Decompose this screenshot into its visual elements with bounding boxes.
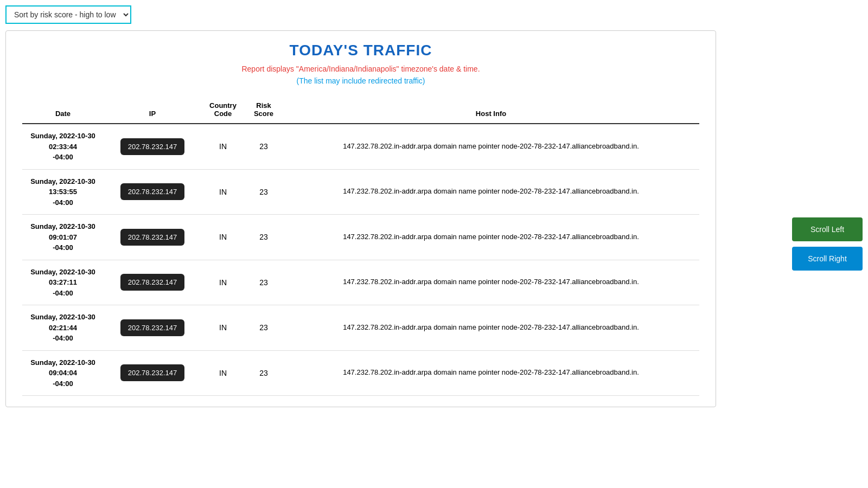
cell-country-code: IN — [201, 305, 245, 351]
cell-country-code: IN — [201, 260, 245, 305]
traffic-table: Date IP CountryCode RiskScore Host Info … — [22, 96, 699, 396]
col-header-risk-score: RiskScore — [245, 96, 283, 124]
cell-date: Sunday, 2022-10-3009:01:07-04:00 — [22, 215, 104, 260]
cell-host-info: 147.232.78.202.in-addr.arpa domain name … — [283, 305, 699, 351]
table-row: Sunday, 2022-10-3009:01:07-04:00 202.78.… — [22, 215, 699, 260]
cell-risk-score: 23 — [245, 124, 283, 169]
ip-badge: 202.78.232.147 — [120, 319, 184, 336]
cell-country-code: IN — [201, 124, 245, 169]
cell-date: Sunday, 2022-10-3002:33:44-04:00 — [22, 124, 104, 169]
main-card: TODAY'S TRAFFIC Report displays "America… — [5, 30, 716, 407]
cell-ip: 202.78.232.147 — [104, 215, 201, 260]
ip-badge: 202.78.232.147 — [120, 274, 184, 291]
cell-ip: 202.78.232.147 — [104, 350, 201, 396]
table-row: Sunday, 2022-10-3002:21:44-04:00 202.78.… — [22, 305, 699, 351]
sort-select-wrapper: Sort by risk score - high to lowSort by … — [5, 5, 863, 24]
col-header-ip: IP — [104, 96, 201, 124]
cell-risk-score: 23 — [245, 169, 283, 215]
ip-badge: 202.78.232.147 — [120, 364, 184, 381]
cell-date: Sunday, 2022-10-3002:21:44-04:00 — [22, 305, 104, 351]
table-row: Sunday, 2022-10-3003:27:11-04:00 202.78.… — [22, 260, 699, 305]
cell-ip: 202.78.232.147 — [104, 169, 201, 215]
cell-risk-score: 23 — [245, 350, 283, 396]
table-row: Sunday, 2022-10-3013:53:55-04:00 202.78.… — [22, 169, 699, 215]
col-header-date: Date — [22, 96, 104, 124]
table-header-row: Date IP CountryCode RiskScore Host Info — [22, 96, 699, 124]
scroll-buttons-container: Scroll Left Scroll Right — [792, 217, 863, 271]
table-row: Sunday, 2022-10-3002:33:44-04:00 202.78.… — [22, 124, 699, 169]
cell-ip: 202.78.232.147 — [104, 305, 201, 351]
cell-risk-score: 23 — [245, 215, 283, 260]
report-title: TODAY'S TRAFFIC — [22, 42, 699, 59]
cell-host-info: 147.232.78.202.in-addr.arpa domain name … — [283, 169, 699, 215]
ip-badge: 202.78.232.147 — [120, 138, 184, 155]
cell-country-code: IN — [201, 169, 245, 215]
sort-select[interactable]: Sort by risk score - high to lowSort by … — [5, 5, 131, 24]
scroll-left-button[interactable]: Scroll Left — [792, 217, 863, 241]
cell-ip: 202.78.232.147 — [104, 260, 201, 305]
cell-country-code: IN — [201, 215, 245, 260]
table-row: Sunday, 2022-10-3009:04:04-04:00 202.78.… — [22, 350, 699, 396]
report-note: (The list may include redirected traffic… — [22, 76, 699, 85]
col-header-country-code: CountryCode — [201, 96, 245, 124]
cell-country-code: IN — [201, 350, 245, 396]
cell-date: Sunday, 2022-10-3013:53:55-04:00 — [22, 169, 104, 215]
table-body: Sunday, 2022-10-3002:33:44-04:00 202.78.… — [22, 124, 699, 396]
cell-ip: 202.78.232.147 — [104, 124, 201, 169]
scroll-right-button[interactable]: Scroll Right — [792, 247, 863, 271]
cell-host-info: 147.232.78.202.in-addr.arpa domain name … — [283, 260, 699, 305]
cell-risk-score: 23 — [245, 260, 283, 305]
cell-host-info: 147.232.78.202.in-addr.arpa domain name … — [283, 350, 699, 396]
cell-risk-score: 23 — [245, 305, 283, 351]
cell-host-info: 147.232.78.202.in-addr.arpa domain name … — [283, 215, 699, 260]
cell-host-info: 147.232.78.202.in-addr.arpa domain name … — [283, 124, 699, 169]
ip-badge: 202.78.232.147 — [120, 229, 184, 246]
cell-date: Sunday, 2022-10-3003:27:11-04:00 — [22, 260, 104, 305]
cell-date: Sunday, 2022-10-3009:04:04-04:00 — [22, 350, 104, 396]
report-subtitle: Report displays "America/Indiana/Indiana… — [22, 65, 699, 73]
ip-badge: 202.78.232.147 — [120, 183, 184, 200]
col-header-host-info: Host Info — [283, 96, 699, 124]
